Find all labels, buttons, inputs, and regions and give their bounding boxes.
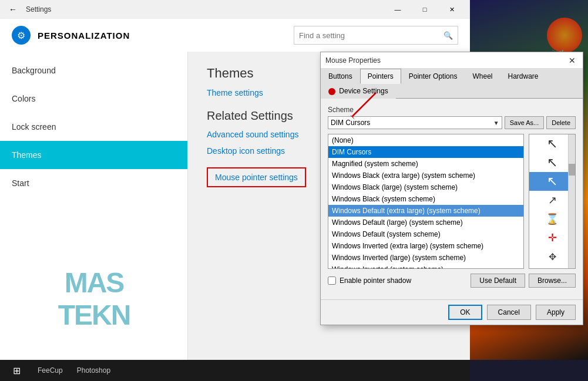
apply-button[interactable]: Apply xyxy=(536,305,576,320)
dialog-close-button[interactable]: ✕ xyxy=(566,55,578,66)
sidebar: Background Colors Lock screen Themes Sta… xyxy=(0,52,188,381)
delete-button[interactable]: Delete xyxy=(546,116,576,129)
dialog-tabs: Buttons Pointers Pointer Options Wheel H… xyxy=(321,69,583,99)
mouse-settings-box: Mouse pointer settings xyxy=(207,167,306,187)
list-item-win-inv[interactable]: Windows Inverted (system scheme) xyxy=(328,264,523,269)
list-item-dim[interactable]: DIM Cursors xyxy=(328,146,523,158)
tab-hardware[interactable]: Hardware xyxy=(500,69,546,84)
mouse-pointer-link[interactable]: Mouse pointer settings xyxy=(215,173,298,182)
sidebar-item-colors[interactable]: Colors xyxy=(0,85,187,113)
maximize-button[interactable]: □ xyxy=(411,0,438,19)
window-title: Settings xyxy=(26,5,51,14)
dialog-footer: OK Cancel Apply xyxy=(321,299,583,325)
search-icon: 🔍 xyxy=(443,31,453,40)
close-button[interactable]: ✕ xyxy=(438,0,465,19)
dropdown-arrow-icon: ▼ xyxy=(493,120,499,126)
taskbar-photoshop[interactable]: Photoshop xyxy=(70,360,117,381)
search-box[interactable]: 🔍 xyxy=(294,26,458,45)
cursor-preview-panel: ↖ ↖ ↖ ↗ ⌛ ✛ ✥ xyxy=(529,134,576,269)
tab-pointer-options[interactable]: Pointer Options xyxy=(401,69,465,84)
ok-button[interactable]: OK xyxy=(448,305,482,320)
list-item-win-black-xl[interactable]: Windows Black (extra large) (system sche… xyxy=(328,170,523,181)
scheme-dropdown[interactable]: DIM Cursors ▼ xyxy=(328,116,502,129)
window-controls: — □ ✕ xyxy=(384,0,465,19)
start-button[interactable]: ⊞ xyxy=(2,360,31,381)
list-item-win-inv-xl[interactable]: Windows Inverted (extra large) (system s… xyxy=(328,240,523,252)
list-item-win-default-l[interactable]: Windows Default (large) (system scheme) xyxy=(328,217,523,228)
list-item-win-default-xl[interactable]: Windows Default (extra large) (system sc… xyxy=(328,205,523,217)
checkbox-row: Enable pointer shadow Use Default Browse… xyxy=(328,274,576,288)
taskbar-feecup[interactable]: FeeCup xyxy=(31,360,70,381)
back-button[interactable]: ← xyxy=(5,1,21,18)
list-item-none[interactable]: (None) xyxy=(328,134,523,146)
enable-shadow-checkbox[interactable] xyxy=(328,277,336,285)
dialog-content: Scheme DIM Cursors ▼ Save As... Delete (… xyxy=(321,99,583,299)
list-item-win-black[interactable]: Windows Black (system scheme) xyxy=(328,193,523,205)
list-item-magnified[interactable]: Magnified (system scheme) xyxy=(328,158,523,170)
taskbar: ⊞ FeeCup Photoshop xyxy=(0,360,470,381)
enable-shadow-label: Enable pointer shadow xyxy=(340,277,411,285)
device-settings-icon xyxy=(328,88,335,95)
scheme-label: Scheme xyxy=(328,106,576,114)
cursor-area: (None) DIM Cursors Magnified (system sch… xyxy=(328,134,576,269)
dialog-title-bar: Mouse Properties ✕ xyxy=(321,52,583,69)
browse-button[interactable]: Browse... xyxy=(529,274,576,288)
header-bar: ⚙ PERSONALIZATION 🔍 xyxy=(0,19,470,52)
mouse-properties-dialog[interactable]: Mouse Properties ✕ Buttons Pointers Poin… xyxy=(320,52,583,325)
tab-buttons[interactable]: Buttons xyxy=(321,69,360,84)
tab-pointers[interactable]: Pointers xyxy=(360,69,401,84)
scheme-row: DIM Cursors ▼ Save As... Delete xyxy=(328,116,576,129)
preview-scroll-thumb[interactable] xyxy=(569,164,576,176)
app-name: PERSONALIZATION xyxy=(38,31,130,41)
list-item-win-black-l[interactable]: Windows Black (large) (system scheme) xyxy=(328,181,523,193)
sidebar-item-background[interactable]: Background xyxy=(0,56,187,85)
cursor-list[interactable]: (None) DIM Cursors Magnified (system sch… xyxy=(328,134,524,269)
minimize-button[interactable]: — xyxy=(384,0,411,19)
sidebar-item-start[interactable]: Start xyxy=(0,169,187,197)
preview-scrollbar[interactable] xyxy=(568,134,575,268)
cancel-button[interactable]: Cancel xyxy=(487,305,531,320)
list-item-win-inv-l[interactable]: Windows Inverted (large) (system scheme) xyxy=(328,252,523,264)
use-default-button[interactable]: Use Default xyxy=(471,274,525,288)
tab-wheel[interactable]: Wheel xyxy=(465,69,500,84)
search-input[interactable] xyxy=(299,31,443,40)
sidebar-item-lockscreen[interactable]: Lock screen xyxy=(0,113,187,141)
title-bar: ← Settings — □ ✕ xyxy=(0,0,470,19)
sidebar-item-themes[interactable]: Themes xyxy=(0,141,187,169)
list-item-win-default[interactable]: Windows Default (system scheme) xyxy=(328,228,523,240)
gear-icon: ⚙ xyxy=(12,26,31,45)
dialog-title: Mouse Properties xyxy=(325,56,381,65)
tab-device-settings[interactable]: Device Settings xyxy=(321,83,396,99)
save-as-button[interactable]: Save As... xyxy=(505,116,545,129)
